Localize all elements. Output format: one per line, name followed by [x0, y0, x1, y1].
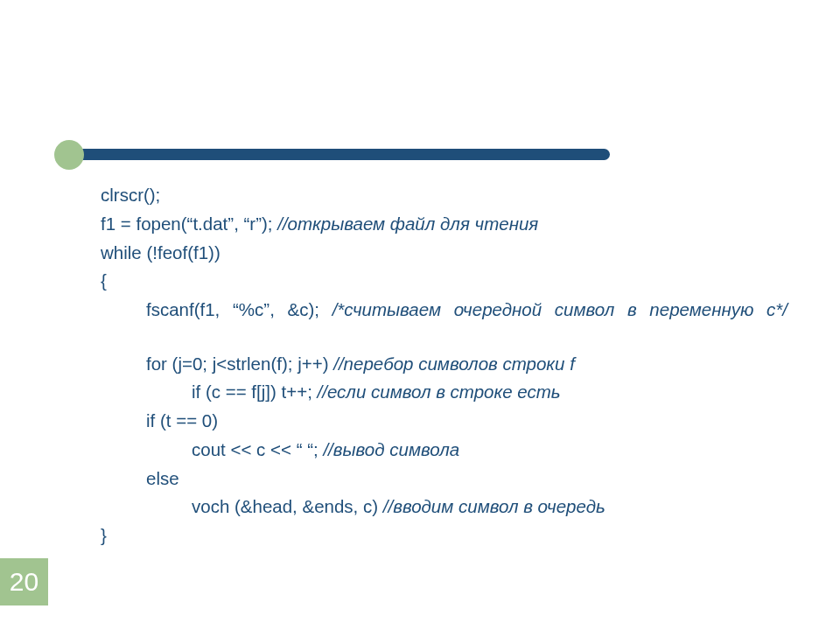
code-comment: //вывод символа: [323, 439, 459, 459]
code-comment: /*считываем очередной символ в переменну…: [332, 299, 788, 319]
code-text: {: [101, 270, 107, 290]
code-line: clrscr();: [101, 182, 788, 209]
code-line: {: [101, 268, 788, 295]
code-text: voch (&head, &ends, c): [192, 496, 383, 516]
code-line: for (j=0; j<strlen(f); j++) //перебор си…: [101, 351, 788, 378]
code-line: else: [101, 466, 788, 493]
page-number-value: 20: [10, 567, 38, 597]
code-line: voch (&head, &ends, c) //вводим символ в…: [101, 494, 788, 521]
code-comment: //вводим символ в очередь: [383, 496, 606, 516]
code-text: }: [101, 525, 107, 545]
code-text: cout << c << “ “;: [192, 439, 323, 459]
code-text: f1 = fopen(“t.dat”, “r”);: [101, 214, 277, 234]
code-line: cout << c << “ “; //вывод символа: [101, 437, 788, 464]
code-text: if (t == 0): [146, 410, 218, 430]
slide: clrscr(); f1 = fopen(“t.dat”, “r”); //от…: [0, 0, 840, 630]
code-line: f1 = fopen(“t.dat”, “r”); //открываем фа…: [101, 211, 788, 238]
code-text: clrscr();: [101, 185, 160, 205]
code-text: else: [146, 468, 179, 488]
code-text: while (!feof(f1)): [101, 242, 220, 262]
code-line: fscanf(f1, “%c”, &c); /*считываем очеред…: [101, 297, 788, 351]
title-underline-bar: [64, 149, 610, 160]
code-comment: //открываем файл для чтения: [277, 214, 538, 234]
code-comment: //если символ в строке есть: [318, 382, 561, 402]
code-body: clrscr(); f1 = fopen(“t.dat”, “r”); //от…: [101, 182, 788, 551]
page-number: 20: [0, 558, 48, 606]
code-line: if (t == 0): [101, 408, 788, 435]
code-text: for (j=0; j<strlen(f); j++): [146, 354, 333, 374]
code-text: if (c == f[j]) t++;: [192, 382, 318, 402]
code-text: fscanf(f1, “%c”, &c);: [146, 299, 332, 319]
code-comment: //перебор символов строки f: [333, 354, 575, 374]
code-line: while (!feof(f1)): [101, 240, 788, 267]
title-underline-dot: [54, 140, 84, 170]
code-line: }: [101, 522, 788, 550]
code-line: if (c == f[j]) t++; //если символ в стро…: [101, 379, 788, 406]
